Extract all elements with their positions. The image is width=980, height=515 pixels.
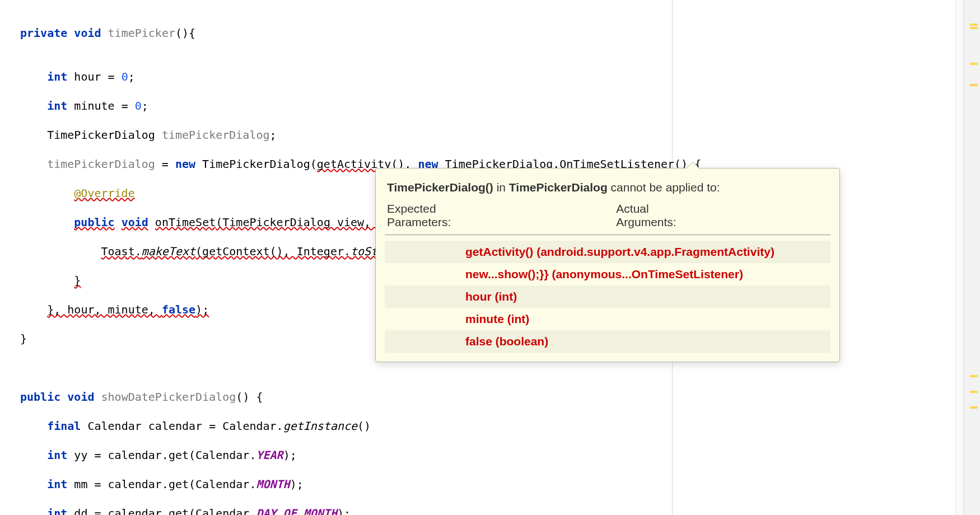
code-text: = xyxy=(155,157,175,171)
tooltip-title: TimePickerDialog() in TimePickerDialog c… xyxy=(387,181,828,194)
error-span: }, hour, minute, xyxy=(47,303,162,316)
tooltip-param-row: minute (int) xyxy=(385,308,830,330)
tooltip-header-actual: ActualArguments: xyxy=(614,201,830,235)
code-line[interactable]: int dd = calendar.get(Calendar.DAY_OF_MO… xyxy=(0,506,980,515)
static-method: getInstance xyxy=(283,419,357,433)
param-expected xyxy=(385,330,463,353)
code-line[interactable]: int mm = calendar.get(Calendar.MONTH); xyxy=(0,477,980,491)
keyword: private xyxy=(20,26,67,40)
method-name: timePicker xyxy=(108,26,175,40)
keyword: final xyxy=(47,419,81,433)
code-text: dd = calendar.get(Calendar. xyxy=(67,507,256,515)
method-name: onTimeSet xyxy=(155,216,216,229)
param-expected xyxy=(385,308,463,330)
number: 0 xyxy=(135,99,142,113)
keyword: void xyxy=(67,390,94,404)
code-text: hour = xyxy=(74,70,121,83)
code-text: mm = calendar.get(Calendar. xyxy=(67,477,256,491)
param-actual: hour (int) xyxy=(463,285,830,308)
constant: MONTH xyxy=(256,477,290,491)
error-span: Toast. xyxy=(101,245,142,258)
code-text: minute = xyxy=(74,99,134,113)
param-expected xyxy=(385,241,463,263)
code-line[interactable]: TimePickerDialog timePickerDialog; xyxy=(0,128,980,142)
tooltip-param-row: hour (int) xyxy=(385,285,830,308)
tooltip-param-row: false (boolean) xyxy=(385,330,830,353)
param-expected xyxy=(385,285,463,308)
keyword: int xyxy=(47,507,67,515)
keyword: int xyxy=(47,448,67,462)
keyword: void xyxy=(74,26,101,40)
method-name: showDatePickerDialog xyxy=(101,390,236,404)
error-span: (getContext(), Integer. xyxy=(195,245,351,258)
code-text: } xyxy=(20,332,27,345)
identifier: timePickerDialog xyxy=(162,128,270,142)
param-actual: new...show();}} (anonymous...OnTimeSetLi… xyxy=(463,263,830,285)
code-text: yy = calendar.get(Calendar. xyxy=(67,448,256,462)
identifier: timePickerDialog xyxy=(47,157,155,171)
number: 0 xyxy=(122,70,128,83)
code-text: ); xyxy=(283,448,297,462)
keyword: void xyxy=(122,216,148,229)
keyword: public xyxy=(74,216,114,229)
tooltip-title-class: TimePickerDialog xyxy=(509,181,608,194)
code-text: () { xyxy=(236,390,263,404)
error-span: (TimePickerDialog view, xyxy=(216,216,377,229)
code-text: () xyxy=(357,419,371,433)
code-text: (){ xyxy=(175,26,195,40)
keyword: new xyxy=(175,157,195,171)
code-line[interactable]: int yy = calendar.get(Calendar.YEAR); xyxy=(0,448,980,462)
code-line[interactable]: public void showDatePickerDialog() { xyxy=(0,390,980,404)
static-method: makeText xyxy=(142,245,195,258)
code-line[interactable]: int hour = 0; xyxy=(0,69,980,84)
tooltip-title-method: TimePickerDialog() xyxy=(387,181,493,194)
tooltip-divider xyxy=(385,235,830,235)
code-line[interactable]: final Calendar calendar = Calendar.getIn… xyxy=(0,419,980,433)
tooltip-param-row: getActivity() (android.support.v4.app.Fr… xyxy=(385,241,830,263)
tooltip-header-expected: ExpectedParameters: xyxy=(385,201,614,235)
code-text: Calendar calendar = Calendar. xyxy=(81,419,283,433)
tooltip-table: ExpectedParameters: ActualArguments: xyxy=(385,201,830,235)
code-text: ; xyxy=(270,128,277,142)
tooltip-param-row: new...show();}} (anonymous...OnTimeSetLi… xyxy=(385,263,830,285)
code-line[interactable]: private void timePicker(){ xyxy=(0,26,980,40)
keyword: false xyxy=(162,303,195,316)
tooltip-params-table: getActivity() (android.support.v4.app.Fr… xyxy=(385,241,830,353)
param-actual: false (boolean) xyxy=(463,330,830,353)
constant: YEAR xyxy=(256,448,283,462)
code-text: ; xyxy=(142,99,148,113)
tooltip-title-text: in xyxy=(493,181,509,194)
tooltip-title-text: cannot be applied to: xyxy=(608,181,720,194)
code-text: TimePickerDialog xyxy=(47,128,162,142)
keyword: public xyxy=(20,390,60,404)
code-text: ; xyxy=(128,70,135,83)
param-actual: getActivity() (android.support.v4.app.Fr… xyxy=(463,241,830,263)
error-tooltip: TimePickerDialog() in TimePickerDialog c… xyxy=(375,168,840,362)
code-text: ); xyxy=(337,507,351,515)
code-line[interactable]: int minute = 0; xyxy=(0,99,980,113)
error-span: } xyxy=(74,274,81,287)
param-actual: minute (int) xyxy=(463,308,830,330)
keyword: int xyxy=(47,477,67,491)
keyword: int xyxy=(47,99,67,113)
code-text: TimePickerDialog( xyxy=(195,157,317,171)
annotation: @Override xyxy=(74,186,134,200)
error-span: ); xyxy=(195,303,209,316)
keyword: int xyxy=(47,70,67,83)
constant: DAY_OF_MONTH xyxy=(256,507,337,515)
param-expected xyxy=(385,263,463,285)
code-text: ); xyxy=(290,477,304,491)
